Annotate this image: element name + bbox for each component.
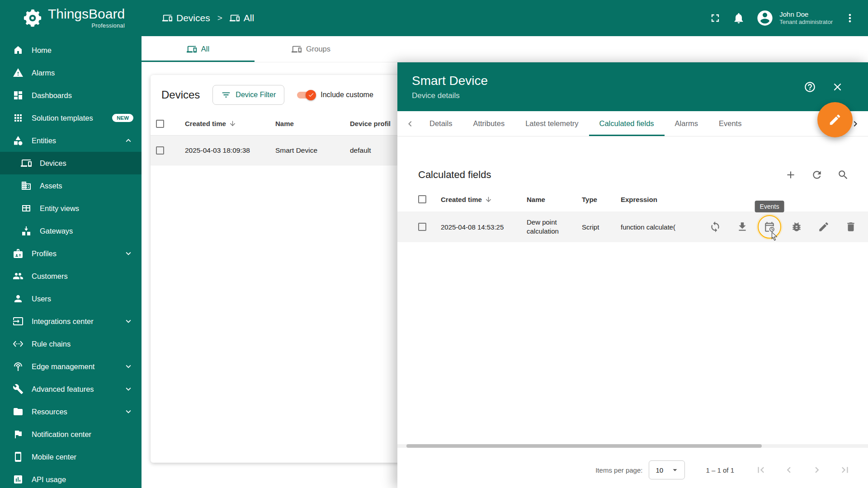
select-all-checkbox[interactable]	[156, 120, 164, 128]
row-checkbox[interactable]	[156, 146, 164, 155]
edit-button[interactable]	[817, 221, 830, 233]
row-checkbox[interactable]	[418, 223, 426, 231]
chevron-up-icon	[123, 136, 133, 145]
previous-page-button[interactable]	[783, 464, 795, 476]
sidebar-item-resources[interactable]: Resources	[0, 400, 142, 423]
device-group-icon	[230, 13, 240, 23]
sidebar-item-entity-views[interactable]: Entity views	[0, 197, 142, 220]
column-type[interactable]: Type	[582, 196, 621, 203]
sidebar-item-devices[interactable]: Devices	[0, 152, 142, 174]
sidebar-item-advanced-features[interactable]: Advanced features	[0, 378, 142, 400]
sidebar-item-label: Edge management	[32, 362, 94, 371]
breadcrumb-item-devices[interactable]: Devices	[162, 13, 210, 23]
sort-desc-icon	[485, 196, 492, 203]
sidebar-item-gateways[interactable]: Gateways	[0, 220, 142, 242]
sidebar-item-customers[interactable]: Customers	[0, 265, 142, 287]
user-meta: John Doe Tenant administrator	[779, 10, 833, 26]
edit-fab-button[interactable]	[817, 102, 853, 137]
help-button[interactable]	[804, 81, 816, 93]
sidebar-item-mobile-center[interactable]: Mobile center	[0, 446, 142, 468]
sidebar-item-notification-center[interactable]: Notification center	[0, 423, 142, 446]
debug-button[interactable]	[790, 221, 803, 233]
tab-details[interactable]: Details	[419, 111, 462, 136]
reprocess-button[interactable]	[709, 221, 722, 233]
calculated-fields-table-header: Created time Name Type Expression	[397, 187, 868, 211]
notifications-button[interactable]	[732, 12, 745, 24]
tab-label: Events	[719, 119, 741, 128]
breadcrumb-label: Devices	[176, 13, 210, 23]
column-expression[interactable]: Expression	[621, 196, 695, 203]
tab-label: Calculated fields	[599, 119, 654, 128]
tab-attributes[interactable]: Attributes	[462, 111, 515, 136]
sidebar-item-integrations-center[interactable]: Integrations center	[0, 310, 142, 333]
cell-name: Smart Device	[275, 146, 350, 155]
tab-latest-telemetry[interactable]: Latest telemetry	[515, 111, 589, 136]
breadcrumb-item-all[interactable]: All	[230, 13, 254, 23]
sidebar-item-label: Profiles	[32, 249, 57, 258]
gateways-icon	[21, 225, 32, 236]
sidebar-item-solution-templates[interactable]: Solution templates NEW	[0, 107, 142, 129]
fullscreen-button[interactable]	[709, 12, 722, 24]
column-created-time[interactable]: Created time	[441, 196, 527, 203]
sidebar-item-assets[interactable]: Assets	[0, 174, 142, 197]
device-filter-button[interactable]: Device Filter	[212, 85, 284, 105]
include-customers-toggle[interactable]	[297, 92, 314, 99]
horizontal-scrollbar[interactable]	[406, 444, 762, 448]
thingsboard-logo[interactable]: ThingsBoard Professional	[0, 7, 142, 29]
select-all-checkbox[interactable]	[418, 195, 426, 203]
sidebar-item-edge-management[interactable]: Edge management	[0, 355, 142, 378]
solution-templates-icon	[13, 113, 24, 123]
sidebar-item-home[interactable]: Home	[0, 39, 142, 61]
tab-alarms[interactable]: Alarms	[665, 111, 708, 136]
chevron-left-icon	[783, 464, 795, 476]
sidebar-item-users[interactable]: Users	[0, 287, 142, 310]
brand-text: ThingsBoard Professional	[48, 7, 125, 29]
rule-chains-icon	[13, 338, 24, 349]
home-icon	[13, 45, 24, 56]
sidebar-item-dashboards[interactable]: Dashboards	[0, 84, 142, 107]
search-button[interactable]	[837, 169, 849, 181]
notification-center-icon	[13, 429, 24, 440]
table-row[interactable]: 2025-04-08 14:53:25 Dew point calculatio…	[397, 211, 868, 242]
fullscreen-icon	[709, 12, 722, 24]
toggle-knob	[306, 90, 316, 100]
add-calculated-field-button[interactable]	[785, 169, 797, 181]
include-customers-toggle-wrap: Include custome	[297, 91, 373, 99]
export-button[interactable]	[736, 221, 749, 233]
devices-icon	[187, 44, 197, 54]
refresh-button[interactable]	[811, 169, 823, 181]
tab-all[interactable]: All	[142, 36, 255, 62]
column-label: Device profil	[350, 120, 391, 127]
items-per-page-select[interactable]: 10	[649, 460, 685, 479]
sidebar-item-entities[interactable]: Entities	[0, 129, 142, 152]
first-page-button[interactable]	[755, 464, 767, 476]
tabs-scroll-left-button[interactable]	[401, 111, 419, 136]
sidebar-item-profiles[interactable]: Profiles	[0, 242, 142, 265]
more-menu-button[interactable]	[844, 12, 856, 24]
sidebar-item-rule-chains[interactable]: Rule chains	[0, 333, 142, 355]
sidebar-item-alarms[interactable]: Alarms	[0, 61, 142, 84]
delete-button[interactable]	[844, 221, 857, 233]
column-created-time[interactable]: Created time	[185, 120, 275, 127]
topbar-actions: John Doe Tenant administrator	[709, 9, 868, 27]
events-button[interactable]: Events	[763, 221, 776, 233]
column-name[interactable]: Name	[275, 120, 350, 127]
column-label: Type	[582, 196, 597, 203]
tab-events[interactable]: Events	[708, 111, 752, 136]
close-button[interactable]	[831, 81, 844, 93]
tab-groups[interactable]: Groups	[255, 36, 368, 62]
edge-management-icon	[13, 361, 24, 372]
cell-name: Dew point calculation	[527, 218, 582, 236]
sidebar-item-api-usage[interactable]: API usage	[0, 468, 142, 488]
page-range-label: 1 – 1 of 1	[706, 466, 734, 474]
column-name[interactable]: Name	[527, 196, 582, 203]
next-page-button[interactable]	[811, 464, 823, 476]
devices-icon	[21, 158, 32, 169]
tab-calculated-fields[interactable]: Calculated fields	[589, 111, 665, 136]
help-icon	[804, 81, 816, 93]
download-icon	[736, 221, 748, 233]
last-page-button[interactable]	[839, 464, 851, 476]
tab-label: Attributes	[473, 119, 505, 128]
user-menu[interactable]: John Doe Tenant administrator	[756, 9, 833, 27]
chevron-left-icon	[405, 118, 415, 129]
